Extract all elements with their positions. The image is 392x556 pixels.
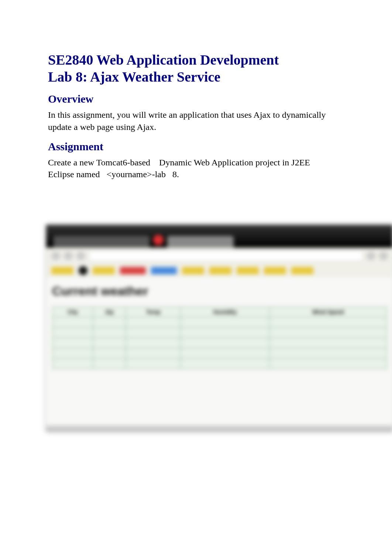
reload-icon bbox=[76, 251, 85, 260]
bookmark-item bbox=[182, 267, 204, 274]
browser-tab-strip bbox=[46, 225, 392, 248]
browser-tab bbox=[167, 236, 234, 248]
tab-favicon-icon bbox=[153, 235, 164, 245]
col-header: Humidity bbox=[180, 307, 269, 317]
table-row bbox=[52, 338, 387, 348]
browser-status-bar bbox=[46, 425, 392, 432]
document-title: SE2840 Web Application Development Lab 8… bbox=[48, 52, 344, 85]
overview-body: In this assignment, you will write an ap… bbox=[48, 109, 329, 133]
page-heading: Current weather bbox=[52, 284, 387, 298]
overview-heading: Overview bbox=[48, 93, 344, 105]
bookmark-item bbox=[51, 267, 73, 274]
menu-icon bbox=[379, 251, 388, 260]
col-header: City bbox=[52, 307, 93, 317]
bookmark-item bbox=[120, 267, 146, 274]
weather-table: City Zip Temp Humidity Wind Speed bbox=[52, 306, 387, 369]
col-header: Temp bbox=[126, 307, 180, 317]
forward-icon bbox=[64, 251, 73, 260]
bookmark-item bbox=[79, 266, 87, 275]
col-header: Zip bbox=[93, 307, 126, 317]
bookmark-item bbox=[151, 267, 177, 274]
browser-toolbar bbox=[46, 248, 392, 264]
page-content: Current weather City Zip Temp Humidity W… bbox=[46, 277, 392, 376]
table-row bbox=[52, 327, 387, 338]
bookmark-item bbox=[291, 267, 313, 274]
assignment-heading: Assignment bbox=[48, 140, 344, 153]
back-icon bbox=[51, 251, 60, 260]
table-row bbox=[52, 317, 387, 327]
table-row bbox=[52, 358, 387, 369]
bookmark-item bbox=[264, 267, 286, 274]
col-header: Wind Speed bbox=[269, 307, 387, 317]
title-line-2: Lab 8: Ajax Weather Service bbox=[48, 69, 220, 85]
title-line-1: SE2840 Web Application Development bbox=[48, 52, 279, 68]
bookmarks-bar bbox=[46, 264, 392, 277]
table-header-row: City Zip Temp Humidity Wind Speed bbox=[52, 307, 387, 317]
bookmark-item bbox=[209, 267, 231, 274]
address-bar bbox=[89, 251, 363, 261]
browser-tab bbox=[54, 236, 149, 248]
assignment-body: Create a new Tomcat6-based Dynamic Web A… bbox=[48, 157, 329, 181]
table-row bbox=[52, 348, 387, 358]
bookmark-star-icon bbox=[367, 251, 375, 260]
bookmark-item bbox=[237, 267, 259, 274]
bookmark-item bbox=[93, 267, 115, 274]
embedded-browser-screenshot: Current weather City Zip Temp Humidity W… bbox=[46, 225, 392, 432]
